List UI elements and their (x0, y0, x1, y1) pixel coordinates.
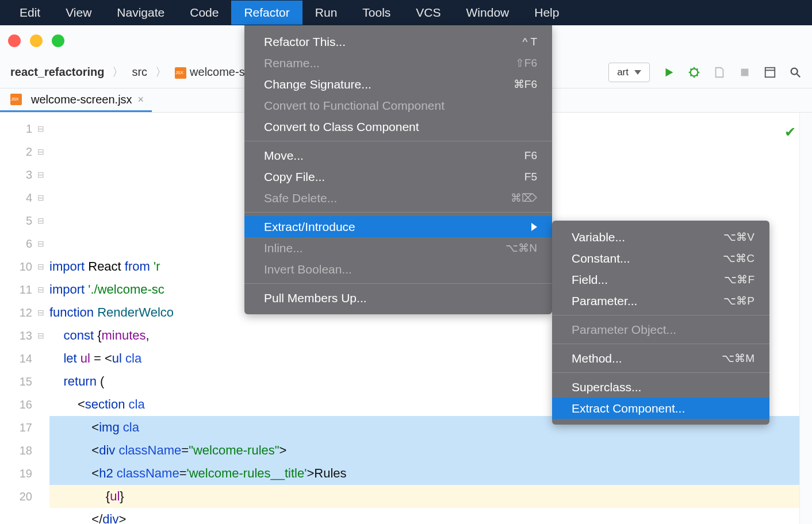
editor-tab[interactable]: welcome-screen.jsx × (0, 88, 152, 112)
menu-item-change-signature[interactable]: Change Signature...⌘F6 (244, 74, 552, 95)
project-icon[interactable] (764, 66, 776, 79)
menu-item-field[interactable]: Field...⌥⌘F (552, 269, 769, 290)
menu-item-move[interactable]: Move...F6 (244, 145, 552, 166)
menubar-item-refactor[interactable]: Refactor (231, 1, 302, 25)
close-window-button[interactable] (8, 34, 21, 47)
run-icon[interactable] (662, 66, 675, 79)
breadcrumb-folder[interactable]: src (132, 66, 147, 79)
debug-icon[interactable] (688, 66, 700, 79)
menubar-item-view[interactable]: View (53, 1, 104, 25)
chevron-right-icon: 〉 (112, 64, 124, 80)
coverage-icon[interactable] (713, 66, 726, 79)
svg-rect-1 (741, 68, 749, 76)
menubar-item-run[interactable]: Run (302, 1, 350, 25)
line-number-gutter: 1234561011121314151617181920 (0, 113, 32, 524)
chevron-down-icon (634, 70, 641, 75)
menu-item-convert-to-class-component[interactable]: Convert to Class Component (244, 116, 552, 137)
menu-item-constant[interactable]: Constant...⌥⌘C (552, 248, 769, 269)
menubar: EditViewNavigateCodeRefactorRunToolsVCSW… (0, 0, 812, 25)
menu-item-extract-introduce[interactable]: Extract/Introduce (244, 216, 552, 237)
menubar-item-window[interactable]: Window (454, 1, 522, 25)
menubar-item-tools[interactable]: Tools (350, 1, 403, 25)
menu-item-parameter-object: Parameter Object... (552, 319, 769, 340)
menu-item-variable[interactable]: Variable...⌥⌘V (552, 226, 769, 248)
chevron-right-icon: 〉 (155, 64, 167, 80)
run-configuration-dropdown[interactable]: art (608, 63, 650, 82)
menu-item-pull-members-up[interactable]: Pull Members Up... (244, 287, 552, 309)
fold-gutter: ⊟⊟⊟⊟⊟⊟⊟⊟⊟⊟ (32, 113, 49, 524)
jsx-file-icon (10, 94, 22, 105)
refactor-menu: Refactor This...^ TRename...⇧F6Change Si… (244, 25, 552, 314)
stop-icon[interactable] (738, 66, 751, 79)
extract-submenu: Variable...⌥⌘VConstant...⌥⌘CField...⌥⌘FP… (552, 221, 769, 425)
toolbar-actions: art (608, 63, 802, 82)
menu-item-inline: Inline...⌥⌘N (244, 237, 552, 259)
svg-point-0 (691, 68, 698, 76)
menu-item-refactor-this[interactable]: Refactor This...^ T (244, 31, 552, 52)
breadcrumb-project[interactable]: react_refactoring (10, 66, 104, 79)
menu-item-rename: Rename...⇧F6 (244, 52, 552, 74)
menu-item-safe-delete: Safe Delete...⌘⌦ (244, 187, 552, 209)
menubar-item-code[interactable]: Code (177, 1, 231, 25)
run-configuration-label: art (617, 67, 629, 78)
chevron-right-icon (531, 223, 537, 231)
menu-item-copy-file[interactable]: Copy File...F5 (244, 166, 552, 187)
menubar-item-help[interactable]: Help (522, 1, 572, 25)
menu-item-parameter[interactable]: Parameter...⌥⌘P (552, 290, 769, 311)
menubar-item-navigate[interactable]: Navigate (104, 1, 177, 25)
menu-item-method[interactable]: Method...⌥⌘M (552, 348, 769, 369)
check-icon: ✔ (784, 121, 796, 144)
close-tab-icon[interactable]: × (138, 94, 144, 106)
menu-item-convert-to-functional-component: Convert to Functional Component (244, 95, 552, 116)
search-icon[interactable] (789, 66, 802, 79)
svg-point-3 (791, 68, 798, 74)
svg-rect-2 (765, 67, 775, 77)
menubar-item-vcs[interactable]: VCS (403, 1, 453, 25)
minimize-window-button[interactable] (30, 34, 43, 47)
menu-item-superclass[interactable]: Superclass... (552, 376, 769, 398)
error-stripe (799, 113, 812, 524)
menu-item-extract-component[interactable]: Extract Component... (552, 398, 769, 419)
menu-item-invert-boolean: Invert Boolean... (244, 259, 552, 280)
jsx-file-icon (175, 67, 186, 79)
maximize-window-button[interactable] (52, 34, 64, 47)
tab-label: welcome-screen.jsx (31, 93, 132, 106)
menubar-item-edit[interactable]: Edit (7, 1, 53, 25)
